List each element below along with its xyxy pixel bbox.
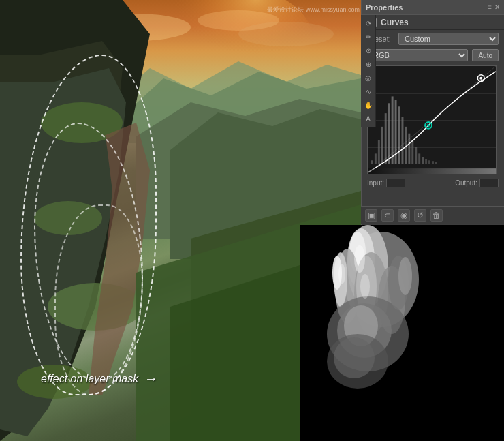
tool-text-icon[interactable]: A [363, 113, 374, 124]
add-mask-button[interactable]: ▣ [365, 209, 377, 222]
svg-rect-27 [385, 113, 387, 164]
svg-rect-36 [415, 147, 417, 164]
delete-button[interactable]: 🗑 [430, 209, 443, 222]
tool-eyedropper-3-icon[interactable]: ◎ [363, 72, 374, 83]
svg-point-17 [34, 201, 102, 235]
input-value[interactable] [386, 179, 405, 187]
properties-panel: Properties ≡ ✕ Curves Preset: Custom RGB… [361, 0, 504, 225]
output-value[interactable] [479, 179, 499, 187]
clip-button[interactable]: ⊂ [381, 209, 394, 222]
preset-row: Preset: Custom [362, 30, 504, 48]
svg-point-47 [479, 77, 482, 80]
svg-rect-40 [428, 160, 430, 164]
panel-header-icons: ≡ ✕ [488, 3, 500, 11]
tool-pencil-icon[interactable]: ✏ [363, 31, 374, 42]
svg-rect-26 [381, 127, 383, 164]
curves-title: Curves [381, 18, 409, 27]
curves-svg [368, 66, 496, 174]
svg-rect-38 [422, 157, 424, 164]
reset-button[interactable]: ↺ [414, 209, 426, 222]
svg-rect-42 [435, 162, 437, 164]
mask-thumbnail [300, 225, 504, 441]
panel-close-icon[interactable]: ✕ [494, 3, 500, 11]
tool-eyedropper-2-icon[interactable]: ⊕ [363, 59, 374, 70]
arrow-icon: → [144, 371, 157, 386]
channel-dropdown[interactable]: RGB [367, 49, 468, 61]
svg-rect-48 [368, 168, 496, 174]
svg-rect-32 [401, 117, 403, 164]
tool-curve-icon[interactable]: ∿ [363, 86, 374, 97]
mask-svg [300, 225, 504, 441]
svg-rect-35 [411, 140, 413, 164]
panel-header: Properties ≡ ✕ [362, 0, 504, 15]
tools-strip: ⟳ ✏ ⊘ ⊕ ◎ ∿ ✋ A [361, 15, 376, 127]
svg-rect-39 [425, 159, 427, 164]
svg-point-45 [427, 124, 430, 127]
preset-dropdown[interactable]: Custom [398, 33, 499, 45]
svg-line-43 [368, 66, 496, 174]
svg-point-64 [398, 257, 412, 295]
input-output-row: Input: Output: [362, 177, 504, 189]
tool-point-icon[interactable]: ⟳ [363, 18, 374, 29]
curves-header: Curves [362, 15, 504, 30]
input-label: Input: [367, 179, 384, 187]
svg-rect-23 [371, 160, 373, 164]
svg-rect-37 [418, 153, 420, 164]
watermark: 最爱设计论坛 www.missyuan.com [267, 5, 360, 14]
svg-rect-31 [398, 106, 400, 164]
svg-point-69 [360, 274, 370, 299]
svg-rect-25 [378, 140, 380, 164]
tool-eyedropper-1-icon[interactable]: ⊘ [363, 45, 374, 56]
svg-point-67 [354, 245, 365, 273]
visibility-button[interactable]: ◉ [398, 209, 410, 222]
tool-hand-icon[interactable]: ✋ [363, 100, 374, 110]
effect-label-text: effect on layer mask [41, 373, 138, 385]
svg-point-5 [238, 22, 334, 46]
svg-point-68 [338, 264, 345, 284]
bottom-toolbar: ▣ ⊂ ◉ ↺ 🗑 [361, 206, 504, 224]
output-label: Output: [455, 179, 477, 187]
svg-rect-24 [375, 153, 377, 164]
panel-title: Properties [366, 3, 403, 12]
svg-point-66 [334, 337, 375, 378]
panel-menu-icon[interactable]: ≡ [488, 3, 492, 11]
svg-rect-28 [388, 103, 390, 164]
auto-button[interactable]: Auto [472, 49, 499, 61]
effect-label: effect on layer mask → [41, 371, 157, 386]
curves-graph[interactable] [367, 65, 497, 174]
channel-row: RGB Auto [362, 48, 504, 63]
svg-rect-41 [432, 161, 434, 164]
